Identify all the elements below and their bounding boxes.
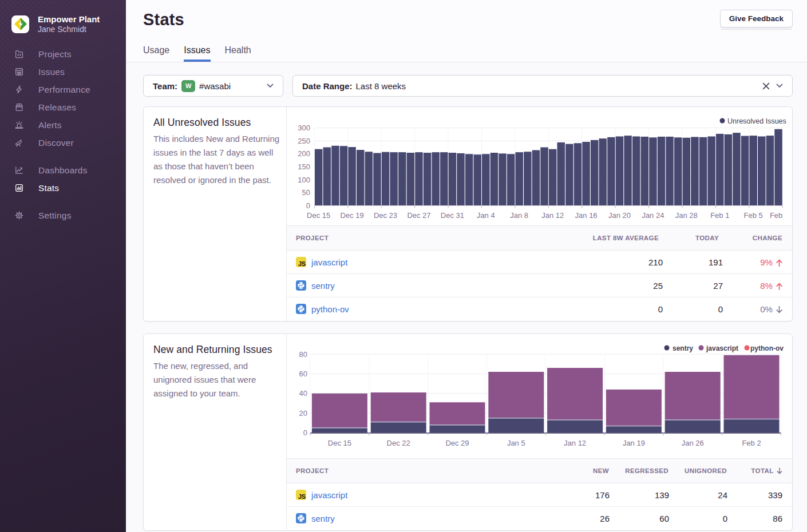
svg-text:Jan 24: Jan 24 [642, 211, 664, 220]
svg-text:Feb 5: Feb 5 [744, 211, 763, 220]
svg-text:250: 250 [298, 136, 310, 145]
svg-text:Jan 19: Jan 19 [623, 439, 645, 447]
svg-text:Dec 19: Dec 19 [340, 211, 363, 220]
svg-text:200: 200 [298, 149, 310, 158]
svg-text:Jan 12: Jan 12 [541, 211, 564, 220]
svg-text:150: 150 [298, 162, 310, 171]
svg-text:Dec 31: Dec 31 [441, 211, 464, 220]
svg-text:Dec 15: Dec 15 [328, 439, 351, 447]
svg-text:100: 100 [298, 175, 310, 184]
svg-text:Jan 12: Jan 12 [564, 439, 586, 447]
svg-text:Dec 23: Dec 23 [374, 211, 397, 220]
svg-text:80: 80 [299, 350, 307, 358]
svg-text:Jan 16: Jan 16 [575, 211, 598, 220]
svg-text:Dec 29: Dec 29 [445, 439, 469, 447]
svg-text:Dec 15: Dec 15 [307, 211, 330, 220]
svg-text:20: 20 [299, 408, 307, 417]
svg-text:Jan 28: Jan 28 [675, 211, 698, 220]
svg-text:50: 50 [302, 188, 310, 197]
svg-text:0: 0 [303, 428, 307, 437]
svg-text:40: 40 [299, 389, 307, 398]
svg-text:Jan 20: Jan 20 [608, 211, 631, 220]
svg-text:Jan 26: Jan 26 [682, 439, 704, 447]
svg-text:python-ov: python-ov [750, 344, 784, 352]
svg-text:Dec 27: Dec 27 [407, 211, 430, 220]
svg-text:sentry: sentry [672, 344, 693, 352]
svg-text:Jan 8: Jan 8 [510, 211, 528, 220]
svg-text:Unresolved Issues: Unresolved Issues [727, 117, 786, 125]
svg-text:60: 60 [299, 370, 307, 378]
svg-text:Jan 4: Jan 4 [477, 211, 495, 220]
svg-text:Feb 2: Feb 2 [742, 439, 761, 447]
svg-text:0: 0 [306, 201, 310, 210]
svg-text:javascript: javascript [706, 344, 738, 352]
svg-text:300: 300 [298, 124, 310, 132]
svg-text:Dec 22: Dec 22 [387, 439, 410, 447]
svg-text:Feb: Feb [770, 211, 782, 220]
svg-text:Jan 5: Jan 5 [507, 439, 525, 447]
svg-text:Feb 1: Feb 1 [710, 211, 729, 220]
